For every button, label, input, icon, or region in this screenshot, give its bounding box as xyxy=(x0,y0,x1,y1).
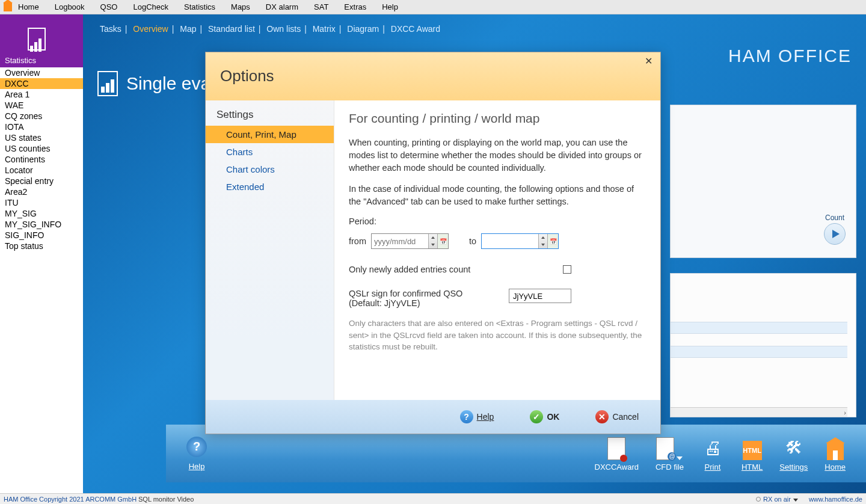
menu-home[interactable]: Home xyxy=(14,1,51,13)
sidebar-item-uscounties[interactable]: US counties xyxy=(0,143,83,154)
nav-count-print-map[interactable]: Count, Print, Map xyxy=(206,126,334,143)
dropdown-icon xyxy=(677,456,683,460)
tab-map[interactable]: Map xyxy=(180,24,196,34)
bottom-label: Home xyxy=(825,463,846,472)
sidebar: Statistics Overview DXCC Area 1 WAE CQ z… xyxy=(0,14,83,493)
sidebar-item-cqzones[interactable]: CQ zones xyxy=(0,111,83,121)
from-date-input[interactable] xyxy=(372,236,428,247)
ok-circle-icon xyxy=(530,410,543,423)
tab-standardlist[interactable]: Standard list xyxy=(208,24,255,34)
from-date-field[interactable]: 📅 xyxy=(371,233,449,249)
sidebar-item-usstates[interactable]: US states xyxy=(0,132,83,143)
home-icon xyxy=(827,443,844,460)
sidebar-item-mysiginfo[interactable]: MY_SIG_INFO xyxy=(0,219,83,230)
rx-status: RX on air xyxy=(756,496,798,503)
nav-chart-colors[interactable]: Chart colors xyxy=(206,161,334,178)
sidebar-item-area2[interactable]: Area2 xyxy=(0,186,83,197)
sidebar-item-topstatus[interactable]: Top status xyxy=(0,241,83,251)
status-dot-icon xyxy=(756,497,761,502)
cfd-doc-icon: @ xyxy=(656,437,674,460)
sidebar-item-continents[interactable]: Continents xyxy=(0,154,83,165)
horizontal-scrollbar[interactable]: › xyxy=(671,407,847,417)
menu-sat[interactable]: SAT xyxy=(310,1,340,13)
play-icon xyxy=(824,223,846,245)
ok-button[interactable]: OK xyxy=(530,410,559,423)
menu-dxalarm[interactable]: DX alarm xyxy=(262,1,310,13)
sidebar-item-dxcc[interactable]: DXCC xyxy=(0,78,83,89)
document-bars-icon xyxy=(97,71,118,96)
sidebar-item-special[interactable]: Special entry xyxy=(0,176,83,186)
content-p1: When counting, printing or displaying on… xyxy=(349,137,646,174)
cancel-button[interactable]: Cancel xyxy=(595,410,639,423)
cancel-circle-icon xyxy=(595,410,609,423)
home-icon xyxy=(4,3,12,11)
to-date-input[interactable] xyxy=(482,236,538,247)
sidebar-item-iota[interactable]: IOTA xyxy=(0,121,83,132)
bottom-print[interactable]: 🖨 Print xyxy=(701,436,725,472)
menu-logcheck[interactable]: LogCheck xyxy=(129,1,180,13)
status-mid[interactable]: SQL monitor Video xyxy=(138,496,194,503)
spinner-icon[interactable] xyxy=(538,234,547,248)
bottom-label: CFD file xyxy=(656,463,684,472)
menu-logbook[interactable]: Logbook xyxy=(51,1,97,13)
sidebar-item-area1[interactable]: Area 1 xyxy=(0,89,83,100)
tab-tasks[interactable]: Tasks xyxy=(100,24,121,34)
cancel-button-label: Cancel xyxy=(612,412,639,422)
bottom-label: DXCCAward xyxy=(595,463,639,472)
qslr-label-2: (Default: JjYyVLE) xyxy=(349,298,420,308)
bottom-cfdfile[interactable]: @ CFD file xyxy=(656,437,684,472)
tab-diagram[interactable]: Diagram xyxy=(347,24,379,34)
only-new-checkbox[interactable] xyxy=(563,265,571,274)
tab-overview[interactable]: Overview xyxy=(133,24,168,34)
dialog-content: For counting / printing / world map When… xyxy=(334,100,660,400)
sidebar-item-mysig[interactable]: MY_SIG xyxy=(0,208,83,219)
bottom-settings[interactable]: 🛠 Settings xyxy=(779,436,808,472)
nav-charts[interactable]: Charts xyxy=(206,143,334,161)
tab-dxccaward[interactable]: DXCC Award xyxy=(391,24,440,34)
sidebar-item-itu[interactable]: ITU xyxy=(0,197,83,208)
bottom-label: Print xyxy=(705,463,721,472)
nav-extended[interactable]: Extended xyxy=(206,178,334,195)
menu-help[interactable]: Help xyxy=(378,1,410,13)
dialog-title: Options xyxy=(220,67,646,85)
sidebar-item-locator[interactable]: Locator xyxy=(0,165,83,176)
bottom-label: Settings xyxy=(779,463,808,472)
menu-qso[interactable]: QSO xyxy=(97,1,130,13)
sidebar-item-overview[interactable]: Overview xyxy=(0,67,83,78)
sidebar-item-wae[interactable]: WAE xyxy=(0,100,83,111)
period-label: Period: xyxy=(349,217,646,226)
calendar-icon[interactable]: 📅 xyxy=(547,234,558,248)
tab-matrix[interactable]: Matrix xyxy=(313,24,336,34)
menu-maps[interactable]: Maps xyxy=(227,1,262,13)
help-icon[interactable]: ? xyxy=(186,437,207,457)
website-link[interactable]: www.hamoffice.de xyxy=(809,496,862,503)
menu-extras[interactable]: Extras xyxy=(340,1,378,13)
menu-statistics[interactable]: Statistics xyxy=(180,1,227,13)
close-button[interactable]: ✕ xyxy=(642,56,654,68)
bottom-label: HTML xyxy=(742,463,763,472)
bottom-dxccaward[interactable]: DXCCAward xyxy=(595,437,639,472)
spinner-icon[interactable] xyxy=(428,234,437,248)
dialog-nav: Settings Count, Print, Map Charts Chart … xyxy=(206,100,334,400)
sidebar-header: Statistics xyxy=(0,14,83,67)
bottom-home[interactable]: Home xyxy=(825,443,846,472)
html-icon: HTML xyxy=(743,441,762,460)
sidebar-item-siginfo[interactable]: SIG_INFO xyxy=(0,230,83,241)
dialog-header: ✕ Options xyxy=(206,52,660,100)
calendar-icon[interactable]: 📅 xyxy=(437,234,448,248)
bottom-help[interactable]: Help xyxy=(189,462,205,471)
bottom-html[interactable]: HTML HTML xyxy=(742,441,763,472)
copyright-label: HAM Office Copyright 2021 ARCOMM GmbH xyxy=(4,496,137,503)
to-date-field[interactable]: 📅 xyxy=(481,233,559,249)
tab-ownlists[interactable]: Own lists xyxy=(266,24,301,34)
dialog-footer: ? Help OK Cancel xyxy=(206,400,660,434)
options-dialog: ✕ Options Settings Count, Print, Map Cha… xyxy=(205,52,661,434)
count-button[interactable]: Count xyxy=(820,214,850,245)
help-button[interactable]: ? Help xyxy=(460,410,494,423)
brand-label: HAM OFFICE xyxy=(728,46,852,66)
help-circle-icon: ? xyxy=(460,410,473,423)
dropdown-icon[interactable] xyxy=(793,499,798,502)
qslr-input[interactable] xyxy=(509,289,571,303)
status-bar: HAM Office Copyright 2021 ARCOMM GmbH SQ… xyxy=(0,493,866,504)
to-label: to xyxy=(469,236,476,246)
